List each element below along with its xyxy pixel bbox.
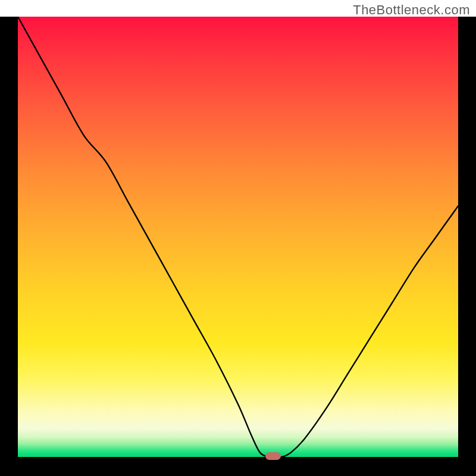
heat-gradient-background bbox=[18, 17, 458, 457]
watermark-text: TheBottleneck.com bbox=[353, 2, 470, 18]
chart-frame bbox=[0, 17, 476, 476]
chart-plot-area bbox=[18, 17, 458, 457]
minimum-marker bbox=[265, 452, 281, 460]
